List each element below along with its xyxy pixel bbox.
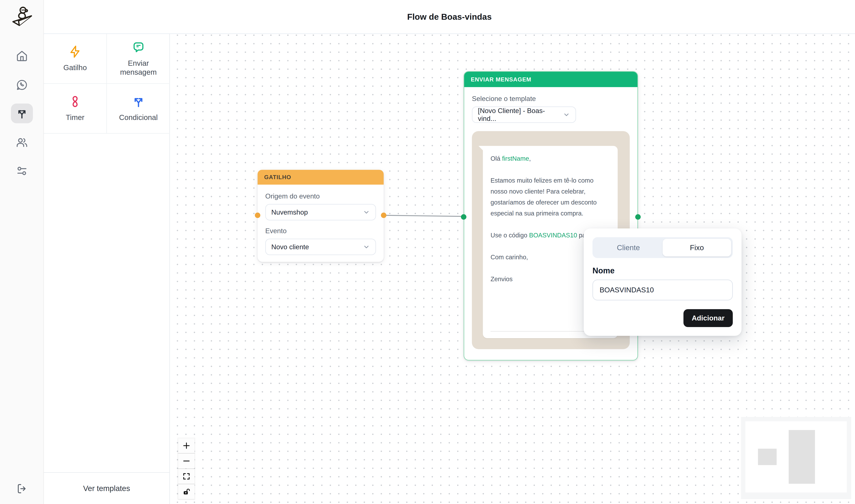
evento-select-value: Novo cliente [271,243,309,251]
palette-item-label: Timer [66,113,84,122]
adicionar-button[interactable]: Adicionar [683,309,733,327]
split-branch-icon [132,95,145,108]
users-icon [16,137,28,148]
plus-icon [182,442,191,450]
nome-input[interactable]: BOASVINDAS10 [592,280,733,300]
minus-icon [182,457,191,465]
node-gatilho[interactable]: GATILHO Origem do evento Nuvemshop Event… [257,170,384,262]
logout-icon [16,483,28,494]
palette-item-enviar-mensagem[interactable]: Enviar mensagem [107,34,170,84]
minimap-node-gatilho [758,449,777,465]
palette-item-label: Enviar mensagem [111,59,166,76]
zoom-out-button[interactable] [178,454,195,468]
top-header: Flow de Boas-vindas [44,0,855,34]
template-select-value: [Novo Cliente] - Boas-vind... [478,107,559,123]
icon-rail [0,0,44,504]
field-label-origem: Origem do evento [265,192,376,200]
fit-view-icon [182,472,191,481]
minimap-node-mensagem [789,430,815,484]
field-label-evento: Evento [265,227,376,235]
canvas-controls [178,438,195,499]
logout-button[interactable] [13,481,31,496]
nome-label: Nome [592,266,733,275]
handle-mensagem-right[interactable] [635,214,641,220]
template-select[interactable]: [Novo Cliente] - Boas-vind... [472,106,576,123]
sliders-icon [16,165,28,177]
nome-input-value: BOASVINDAS10 [600,286,654,294]
handle-mensagem-left[interactable] [461,214,466,220]
home-icon [16,50,28,62]
evento-select[interactable]: Novo cliente [265,239,376,255]
sidebar-item-flows[interactable] [11,104,33,123]
sidebar-item-contacts[interactable] [11,132,33,152]
chevron-down-icon [363,244,370,251]
handle-gatilho-left[interactable] [255,213,260,218]
palette-item-timer[interactable]: Timer [44,84,107,134]
palette-item-gatilho[interactable]: Gatilho [44,34,107,84]
chevron-down-icon [363,209,370,216]
palette-item-label: Condicional [119,113,158,122]
zap-icon [69,45,82,58]
node-mensagem-header[interactable]: ENVIAR MENSAGEM [464,72,637,87]
chevron-down-icon [563,111,570,118]
palette-grid: Gatilho Enviar mensagem Timer Condiciona… [44,34,170,134]
hourglass-icon [69,95,82,108]
monk-on-paper-plane-logo [9,4,35,29]
tab-fixo[interactable]: Fixo [663,239,731,256]
lock-button[interactable] [178,484,195,499]
palette-item-label: Gatilho [64,63,87,72]
whatsapp-chat-icon [16,79,28,91]
template-label: Selecione o template [472,95,630,103]
flow-builder-app: Flow de Boas-vindas Gatilho Enviar mensa… [0,0,855,504]
variable-popover: Cliente Fixo Nome BOASVINDAS10 Adicionar [584,229,742,336]
chat-bubble-icon [132,41,145,54]
fit-view-button[interactable] [178,469,195,484]
lock-open-icon [182,488,191,496]
sidebar-item-whatsapp[interactable] [11,75,33,95]
popover-tabs: Cliente Fixo [592,237,733,258]
sidebar-item-settings[interactable] [11,161,33,181]
origem-select[interactable]: Nuvemshop [265,204,376,220]
node-palette: Gatilho Enviar mensagem Timer Condiciona… [44,34,170,504]
page-title: Flow de Boas-vindas [407,12,492,22]
zoom-in-button[interactable] [178,438,195,453]
node-gatilho-header[interactable]: GATILHO [257,170,384,185]
split-branch-icon [16,107,28,120]
brand-logo [9,4,35,29]
ver-templates-button[interactable]: Ver templates [44,472,170,504]
handle-gatilho-right[interactable] [381,213,386,218]
minimap[interactable] [741,417,851,499]
tab-cliente[interactable]: Cliente [594,239,663,256]
edge-gatilho-to-mensagem [384,215,464,216]
sidebar-item-home[interactable] [11,46,33,66]
palette-item-condicional[interactable]: Condicional [107,84,170,134]
flow-canvas[interactable]: GATILHO Origem do evento Nuvemshop Event… [170,34,855,504]
origem-select-value: Nuvemshop [271,208,308,216]
